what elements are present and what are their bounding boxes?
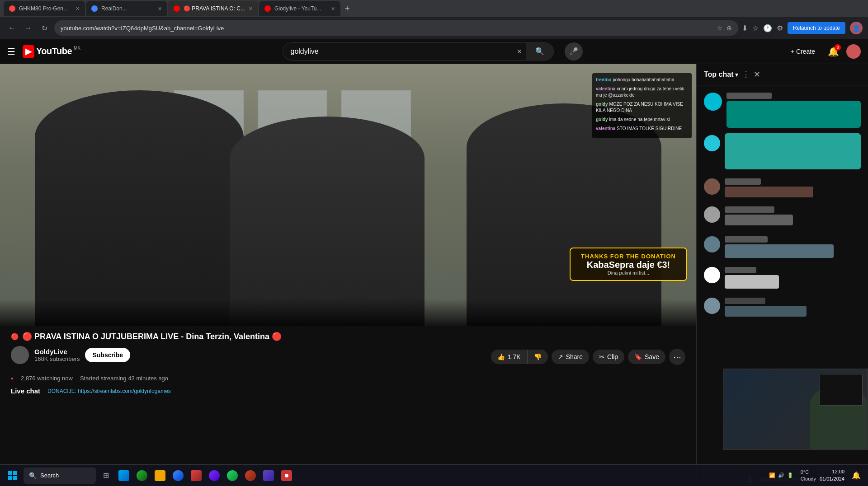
chat-avatar-6 <box>704 267 720 283</box>
notification-center-icon[interactable]: 🔔 <box>848 467 864 484</box>
tab-close-1[interactable]: ✕ <box>75 6 80 12</box>
save-icon: 🔖 <box>634 353 642 360</box>
chat-block-1 <box>704 93 861 128</box>
chat-block-3 <box>704 178 861 197</box>
overlay-text-4: ima da sedne na tebe mrtav si <box>609 117 670 122</box>
weather-info[interactable]: 0°C Cloudy <box>801 469 816 482</box>
search-clear-button[interactable]: ✕ <box>513 42 526 61</box>
tab-bar: GHKM80 Pro-Gen... ✕ RealDon... ✕ 🔴 PRAVA… <box>0 0 868 17</box>
svg-rect-1 <box>13 471 17 475</box>
taskbar-app-4[interactable] <box>170 467 186 484</box>
tab-close-2[interactable]: ✕ <box>158 6 162 12</box>
bookmarks-icon[interactable]: ☆ <box>752 24 759 33</box>
network-icon[interactable]: 📶 <box>769 472 775 478</box>
voice-search-button[interactable]: 🎤 <box>565 42 583 61</box>
start-button[interactable] <box>4 467 22 485</box>
search-bar: ✕ 🔍 <box>283 42 554 61</box>
video-container[interactable]: trentno pohongu hohahahhahahahaha valent… <box>0 64 696 326</box>
downloads-icon[interactable]: ⬇ <box>742 24 748 33</box>
browser-chrome: GHKM80 Pro-Gen... ✕ RealDon... ✕ 🔴 PRAVA… <box>0 0 868 39</box>
video-chat-overlay: trentno pohongu hohahahhahahahaha valent… <box>592 73 692 138</box>
history-icon[interactable]: 🕐 <box>763 24 772 33</box>
taskbar-app-10[interactable] <box>278 467 295 484</box>
tab-close-3[interactable]: ✕ <box>249 6 253 12</box>
channel-name[interactable]: GoldyLive <box>34 348 80 355</box>
search-button[interactable]: 🔍 <box>526 42 554 61</box>
subscribe-button[interactable]: Subscribe <box>85 348 130 362</box>
chat-header: Top chat ▾ ⋮ ✕ <box>697 64 868 85</box>
volume-icon[interactable]: 🔊 <box>778 472 784 478</box>
chat-superchat-1 <box>726 101 861 128</box>
search-input[interactable] <box>283 42 513 61</box>
taskbar-app-2[interactable] <box>134 467 150 484</box>
back-button[interactable]: ← <box>5 22 18 34</box>
live-chat-label[interactable]: Live chat <box>11 387 40 395</box>
taskbar: 🔍 Search ⊞ 📶 🔊 <box>0 464 868 486</box>
taskbar-app-1[interactable] <box>116 467 132 484</box>
forward-button[interactable]: → <box>22 22 34 34</box>
tab-title-1: GHKM80 Pro-Gen... <box>19 5 72 12</box>
app-icon-10-dot <box>285 474 288 477</box>
browser-tab-1[interactable]: GHKM80 Pro-Gen... ✕ <box>4 1 85 16</box>
battery-icon[interactable]: 🔋 <box>787 472 793 478</box>
svg-rect-0 <box>8 471 12 475</box>
browser-tab-4[interactable]: Glodylive - YouTu... ✕ <box>259 1 340 16</box>
taskbar-app-9[interactable] <box>260 467 277 484</box>
thumbs-up-icon: 👍 <box>497 353 505 360</box>
chat-dropdown[interactable]: Top chat ▾ <box>704 70 738 79</box>
chat-block-6 <box>704 267 861 289</box>
settings-icon[interactable]: ⚙ <box>777 24 783 33</box>
clip-button[interactable]: ✂ Clip <box>593 350 624 364</box>
youtube-header: ☰ ▶ YouTube MK ✕ 🔍 🎤 + Create 🔔 3 <box>0 39 868 64</box>
taskbar-app-7[interactable] <box>224 467 241 484</box>
channel-avatar[interactable] <box>11 346 29 364</box>
overlay-user-1: trentno <box>596 77 611 82</box>
like-button[interactable]: 👍 1.7K <box>491 350 527 364</box>
new-tab-button[interactable]: + <box>341 4 354 14</box>
reload-button[interactable]: ↻ <box>38 22 51 34</box>
action-buttons: 👍 1.7K 👎 ↗ Share ✂ <box>491 349 685 365</box>
taskbar-search[interactable]: 🔍 Search <box>24 467 96 484</box>
person-center <box>230 117 425 326</box>
dislike-button[interactable]: 👎 <box>527 350 548 364</box>
taskbar-app-8[interactable] <box>242 467 259 484</box>
star-icon[interactable]: ☆ <box>717 24 723 32</box>
second-video-content <box>724 369 867 449</box>
save-button[interactable]: 🔖 Save <box>628 350 665 364</box>
tab-close-4[interactable]: ✕ <box>331 6 335 12</box>
create-button[interactable]: + Create <box>785 44 821 59</box>
chat-username-bar-5 <box>725 236 768 243</box>
overlay-msg-5: valentina STO IMAS TOLKE SIGUIRDINE <box>596 126 688 132</box>
address-bar[interactable]: youtube.com/watch?v=IZQ64dpMgSU&ab_chann… <box>54 20 738 36</box>
live-indicator: 🔴 <box>11 333 19 340</box>
clock-time: 12:00 <box>832 468 844 475</box>
taskbar-app-3[interactable] <box>152 467 168 484</box>
chat-more-icon[interactable]: ⋮ <box>742 70 750 79</box>
chat-content-3 <box>725 178 861 197</box>
share-button[interactable]: ↗ Share <box>552 350 589 364</box>
live-dot: ● <box>11 376 14 381</box>
user-avatar[interactable] <box>846 44 861 59</box>
address-icons: ☆ ⊕ <box>717 24 732 32</box>
second-video-pip[interactable] <box>723 369 868 450</box>
extensions-icon[interactable]: ⊕ <box>726 24 732 32</box>
weather-temp: 0°C <box>801 469 816 475</box>
profile-avatar[interactable]: 👤 <box>850 22 863 34</box>
menu-icon[interactable]: ☰ <box>7 46 15 57</box>
overlay-text-5: STO IMAS TOLKE SIGUIRDINE <box>617 126 682 131</box>
browser-tab-2[interactable]: RealDon... ✕ <box>86 1 167 16</box>
taskbar-clock[interactable]: 12:00 01/01/2024 <box>820 468 844 482</box>
chat-title: Top chat <box>704 70 733 79</box>
donate-link[interactable]: DONACIJE: https://streamlabs.com/goldynf… <box>47 388 171 394</box>
taskbar-app-6[interactable] <box>206 467 222 484</box>
taskbar-app-5[interactable] <box>188 467 204 484</box>
chat-close-icon[interactable]: ✕ <box>754 70 760 79</box>
more-button[interactable]: ⋯ <box>669 349 685 365</box>
browser-tab-3[interactable]: 🔴 PRAVA ISTINA O: C... ✕ <box>168 1 258 16</box>
video-main: trentno pohongu hohahahhahahahaha valent… <box>0 64 696 486</box>
youtube-logo[interactable]: ▶ YouTube MK <box>23 45 80 58</box>
taskbar-right: 📶 🔊 🔋 0°C Cloudy 12:00 01/01/2024 🔔 <box>765 467 864 484</box>
notification-symbol: 🔔 <box>852 471 861 480</box>
task-view-icon[interactable]: ⊞ <box>98 467 114 484</box>
relaunch-button[interactable]: Relaunch to update <box>788 22 845 34</box>
